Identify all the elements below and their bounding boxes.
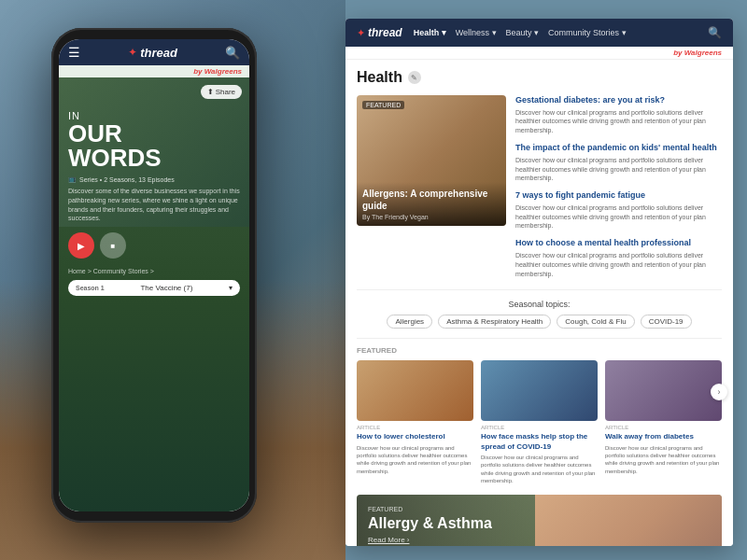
health-section-title: Health — [357, 69, 402, 86]
phone-hero: ⬆ Share IN OUR WORDS 📺 Series • 2 Season… — [59, 77, 249, 511]
featured-cards-label: FEATURED — [357, 346, 722, 355]
breadcrumb-sep2: > — [150, 268, 154, 274]
phone-title-our: OUR — [68, 121, 240, 146]
featured-image[interactable]: FEATURED Allergens: A comprehensive guid… — [357, 95, 506, 226]
banner-content: FEATURED Allergy & Asthma Read More › — [357, 495, 722, 546]
menu-icon[interactable]: ☰ — [68, 45, 80, 60]
cards-row: ARTICLE How to lower cholesterol Discove… — [357, 360, 722, 484]
seasonal-tag-2[interactable]: Cough, Cold & Flu — [557, 315, 634, 329]
nav-link-community[interactable]: Community Stories ▾ — [548, 28, 627, 37]
phone-walgreens-label: by Walgreens — [59, 65, 249, 77]
card-title-1: How face masks help stop the spread of C… — [481, 432, 598, 452]
card-meta-1: ARTICLE — [481, 425, 598, 430]
desktop-nav-logo: ✦ thread — [357, 26, 402, 39]
divider-2 — [357, 338, 722, 339]
phone-title-words: WORDS — [68, 146, 240, 170]
card-desc-1: Discover how our clinical programs and p… — [481, 454, 598, 485]
season-value: The Vaccine (7) — [140, 284, 192, 292]
bottom-banner[interactable]: FEATURED Allergy & Asthma Read More › — [357, 495, 722, 546]
card-meta-0: ARTICLE — [357, 425, 473, 430]
seasonal-section: Seasonal topics: Allergies Asthma & Resp… — [357, 300, 722, 329]
phone-controls: ▶ ■ — [68, 232, 240, 259]
banner-read-more-link[interactable]: Read More › — [368, 536, 711, 544]
card-2[interactable]: ARTICLE Walk away from diabetes Discover… — [605, 360, 722, 484]
article-list: Gestational diabetes: are you at risk? D… — [515, 95, 722, 278]
desktop-nav: ✦ thread Health ▾ Wellness ▾ Beauty ▾ Co… — [345, 19, 733, 47]
desktop-panel: ✦ thread Health ▾ Wellness ▾ Beauty ▾ Co… — [345, 19, 733, 546]
nav-link-beauty[interactable]: Beauty ▾ — [506, 28, 540, 37]
article-title-0: Gestational diabetes: are you at risk? — [515, 95, 722, 106]
card-title-0: How to lower cholesterol — [357, 432, 473, 441]
seasonal-tags: Allergies Asthma & Respiratory Health Co… — [357, 315, 722, 329]
phone-logo-star-icon: ✦ — [128, 46, 137, 59]
seasonal-label: Seasonal topics: — [357, 300, 722, 309]
article-title-3: How to choose a mental health profession… — [515, 238, 722, 249]
phone-play-button[interactable]: ▶ — [68, 232, 94, 259]
card-desc-2: Discover how our clinical programs and p… — [605, 444, 722, 476]
phone-logo: ✦ thread — [128, 46, 177, 60]
card-0[interactable]: ARTICLE How to lower cholesterol Discove… — [357, 360, 473, 484]
card-image-0 — [357, 360, 473, 421]
article-item-1[interactable]: The impact of the pandemic on kids' ment… — [515, 143, 722, 183]
breadcrumb-community[interactable]: Community Stories — [93, 268, 148, 274]
chevron-down-icon: ▾ — [229, 284, 233, 292]
nav-link-health[interactable]: Health ▾ — [414, 28, 446, 37]
nav-link-wellness[interactable]: Wellness ▾ — [456, 28, 497, 37]
featured-row: FEATURED Allergens: A comprehensive guid… — [357, 95, 722, 278]
banner-title: Allergy & Asthma — [368, 515, 711, 532]
series-icon: 📺 — [68, 175, 77, 183]
divider-1 — [357, 289, 722, 290]
article-desc-0: Discover how our clinical programs and p… — [515, 108, 722, 135]
featured-article-author: By The Friendly Vegan — [362, 214, 500, 220]
desktop-search-icon[interactable]: 🔍 — [708, 26, 722, 39]
article-item-0[interactable]: Gestational diabetes: are you at risk? D… — [515, 95, 722, 135]
phone-hero-content: IN OUR WORDS 📺 Series • 2 Seasons, 13 Ep… — [59, 77, 249, 511]
phone-series-info: 📺 Series • 2 Seasons, 13 Episodes — [68, 175, 240, 183]
article-desc-2: Discover how our clinical programs and p… — [515, 203, 722, 231]
desktop-logo-star-icon: ✦ — [357, 27, 365, 39]
series-text: Series • 2 Seasons, 13 Episodes — [79, 176, 175, 183]
phone-outer: ☰ ✦ thread 🔍 by Walgreens ⬆ Share IN OU — [51, 28, 257, 523]
seasonal-tag-1[interactable]: Asthma & Respiratory Health — [438, 315, 551, 329]
seasonal-tag-0[interactable]: Allergies — [387, 315, 432, 329]
phone-season-selector[interactable]: Season 1 The Vaccine (7) ▾ — [68, 280, 240, 296]
seasonal-tag-3[interactable]: COVID-19 — [641, 315, 692, 329]
cards-next-arrow[interactable]: › — [711, 384, 727, 400]
card-image-1 — [481, 360, 598, 421]
article-title-1: The impact of the pandemic on kids' ment… — [515, 143, 722, 154]
card-desc-0: Discover how our clinical programs and p… — [357, 444, 473, 476]
card-meta-2: ARTICLE — [605, 425, 722, 430]
phone-mockup: ☰ ✦ thread 🔍 by Walgreens ⬆ Share IN OU — [51, 28, 257, 523]
article-title-2: 7 ways to fight pandemic fatigue — [515, 190, 722, 202]
phone-search-icon[interactable]: 🔍 — [225, 46, 240, 60]
banner-featured-label: FEATURED — [368, 506, 711, 512]
desktop-nav-links: Health ▾ Wellness ▾ Beauty ▾ Community S… — [414, 28, 627, 37]
phone-screen: ☰ ✦ thread 🔍 by Walgreens ⬆ Share IN OU — [59, 39, 249, 511]
phone-stop-button[interactable]: ■ — [100, 232, 126, 259]
phone-breadcrumb: Home > Community Stories > — [68, 268, 240, 274]
featured-caption: Allergens: A comprehensive guide By The … — [357, 182, 506, 226]
stop-icon: ■ — [111, 242, 116, 250]
article-desc-1: Discover how our clinical programs and p… — [515, 156, 722, 183]
breadcrumb-home[interactable]: Home — [68, 268, 86, 274]
desktop-walgreens-label: by Walgreens — [345, 47, 733, 60]
desktop-content[interactable]: Health ✎ FEATURED Allergens: A comprehen… — [345, 60, 733, 546]
section-title-row: Health ✎ — [357, 69, 722, 86]
card-image-2 — [605, 360, 722, 421]
phone-logo-text: thread — [140, 46, 177, 60]
phone-topbar: ☰ ✦ thread 🔍 — [59, 39, 249, 65]
phone-description: Discover some of the diverse businesses … — [68, 187, 240, 223]
desktop-logo-text: thread — [368, 26, 402, 39]
article-item-3[interactable]: How to choose a mental health profession… — [515, 238, 722, 278]
season-label: Season 1 — [76, 285, 105, 291]
card-title-2: Walk away from diabetes — [605, 432, 722, 441]
card-1[interactable]: ARTICLE How face masks help stop the spr… — [481, 360, 598, 484]
featured-article-title: Allergens: A comprehensive guide — [362, 188, 500, 212]
edit-icon[interactable]: ✎ — [408, 71, 421, 84]
article-item-2[interactable]: 7 ways to fight pandemic fatigue Discove… — [515, 190, 722, 231]
featured-label: FEATURED — [362, 101, 404, 109]
breadcrumb-sep1: > — [88, 268, 92, 274]
article-desc-3: Discover how our clinical programs and p… — [515, 251, 722, 278]
play-icon: ▶ — [78, 241, 85, 251]
